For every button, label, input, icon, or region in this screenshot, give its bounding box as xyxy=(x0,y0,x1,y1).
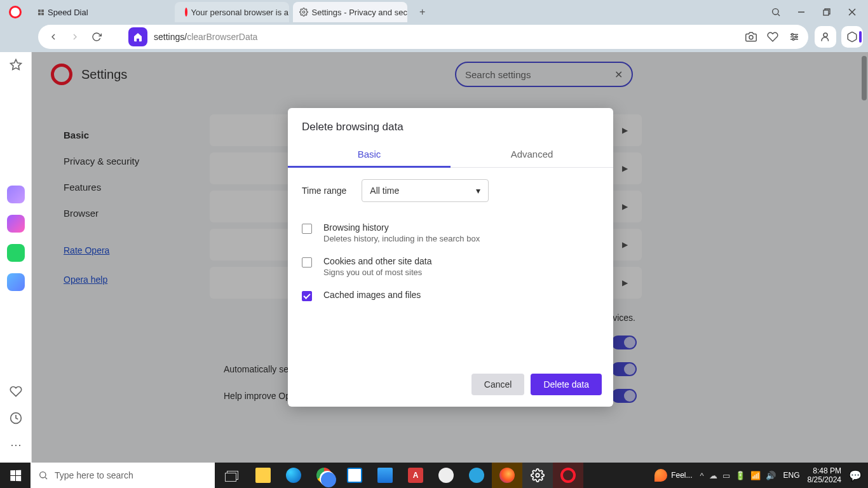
pinboards-icon[interactable] xyxy=(7,383,25,400)
cancel-button[interactable]: Cancel xyxy=(471,374,525,395)
home-button[interactable] xyxy=(128,27,147,46)
svg-point-17 xyxy=(40,472,46,478)
checkbox-unchecked[interactable] xyxy=(302,224,312,234)
svg-point-14 xyxy=(824,33,827,37)
language-indicator[interactable]: ENG xyxy=(783,471,800,480)
app-a-icon[interactable]: A xyxy=(400,463,431,488)
heart-icon[interactable] xyxy=(765,29,780,44)
volume-icon[interactable]: 🔊 xyxy=(766,471,776,480)
telegram-icon[interactable] xyxy=(461,463,492,488)
file-explorer-icon[interactable] xyxy=(248,463,278,488)
date-text: 8/25/2024 xyxy=(808,475,841,484)
search-icon xyxy=(38,470,48,480)
left-sidebar: ⋯ xyxy=(0,52,32,463)
chevron-up-icon[interactable]: ^ xyxy=(700,471,703,480)
svg-point-1 xyxy=(773,9,778,15)
delete-data-button[interactable]: Delete data xyxy=(531,374,602,395)
grid-icon xyxy=(38,10,44,15)
gear-icon xyxy=(299,8,308,17)
clock[interactable]: 8:48 PM 8/25/2024 xyxy=(808,466,841,485)
mail-icon[interactable] xyxy=(370,463,400,488)
close-button[interactable] xyxy=(844,4,860,20)
forward-button[interactable] xyxy=(66,28,84,46)
time-range-label: Time range xyxy=(302,186,346,196)
star-icon[interactable] xyxy=(7,56,25,74)
address-icons xyxy=(743,29,802,44)
tab-personal-browser[interactable]: Your personal browser is a xyxy=(175,2,289,22)
music-app-icon[interactable] xyxy=(7,273,25,291)
snapshot-icon[interactable] xyxy=(743,29,759,44)
checkbox-unchecked[interactable] xyxy=(302,257,312,268)
back-button[interactable] xyxy=(44,28,62,46)
whatsapp-app-icon[interactable] xyxy=(7,244,25,262)
chrome-icon[interactable] xyxy=(309,463,339,488)
edge-icon[interactable] xyxy=(278,463,309,488)
option-cookies[interactable]: Cookies and other site data Signs you ou… xyxy=(302,250,599,283)
window-titlebar: Speed Dial Your personal browser is a Se… xyxy=(0,0,868,24)
svg-point-0 xyxy=(302,11,305,13)
option-title: Cookies and other site data xyxy=(323,256,431,266)
time-range-value: All time xyxy=(370,186,399,196)
tray-icons[interactable]: ^ ☁ ▭ 🔋 📶 🔊 xyxy=(700,471,775,480)
messenger-app-icon[interactable] xyxy=(7,215,25,233)
cloud-icon[interactable]: ☁ xyxy=(709,471,717,480)
svg-point-11 xyxy=(792,34,794,36)
weather-widget[interactable]: Feel... xyxy=(654,469,692,482)
new-tab-button[interactable]: + xyxy=(415,4,430,20)
profile-button[interactable] xyxy=(815,26,836,48)
opera-favicon-icon xyxy=(185,8,187,17)
svg-point-13 xyxy=(792,38,794,40)
svg-point-19 xyxy=(536,473,539,477)
url-text: settings/clearBrowserData xyxy=(154,32,257,42)
speed-dial-button[interactable]: Speed Dial xyxy=(32,8,95,17)
aria-app-icon[interactable] xyxy=(7,186,25,203)
tab-label: Settings - Privacy and sec xyxy=(312,8,407,17)
checkbox-checked[interactable] xyxy=(302,291,312,301)
opera-taskbar-icon[interactable] xyxy=(553,463,583,488)
option-browsing-history[interactable]: Browsing history Deletes history, includ… xyxy=(302,216,599,250)
notifications-icon[interactable]: 💬 xyxy=(849,470,862,482)
maximize-button[interactable] xyxy=(818,4,835,20)
option-cached-images[interactable]: Cached images and files xyxy=(302,283,599,308)
tabs-row: Speed Dial Your personal browser is a Se… xyxy=(32,2,430,22)
wifi-icon[interactable]: 📶 xyxy=(750,471,761,480)
start-button[interactable] xyxy=(0,463,31,488)
more-icon[interactable]: ⋯ xyxy=(7,436,25,454)
time-range-select[interactable]: All time ▾ xyxy=(362,179,489,202)
svg-marker-15 xyxy=(10,60,21,70)
tab-label: Your personal browser is a xyxy=(191,8,288,17)
settings-app-icon[interactable] xyxy=(522,463,553,488)
bookmarks-icon[interactable] xyxy=(7,11,25,29)
app-circle-icon[interactable] xyxy=(431,463,461,488)
task-view-icon[interactable] xyxy=(217,463,248,488)
firefox-icon[interactable] xyxy=(492,463,522,488)
tab-advanced[interactable]: Advanced xyxy=(451,142,613,167)
option-subtitle: Signs you out of most sites xyxy=(323,268,431,277)
windows-taskbar: Type here to search A Feel... ^ ☁ ▭ 🔋 📶 … xyxy=(0,463,868,488)
reload-button[interactable] xyxy=(88,28,105,46)
meet-icon[interactable]: ▭ xyxy=(722,471,730,480)
extensions-button[interactable] xyxy=(841,26,863,48)
svg-line-2 xyxy=(778,14,780,16)
minimize-button[interactable] xyxy=(793,4,810,20)
easy-setup-icon[interactable] xyxy=(787,29,802,44)
search-tabs-button[interactable] xyxy=(768,4,784,20)
weather-text: Feel... xyxy=(671,471,692,480)
address-bar[interactable]: settings/clearBrowserData xyxy=(38,25,808,49)
svg-point-7 xyxy=(749,36,753,39)
tab-basic[interactable]: Basic xyxy=(288,142,451,167)
delete-browsing-data-dialog: Delete browsing data Basic Advanced Time… xyxy=(288,108,613,407)
tab-settings[interactable]: Settings - Privacy and sec xyxy=(293,2,407,22)
battery-icon[interactable]: 🔋 xyxy=(735,471,745,480)
history-icon[interactable] xyxy=(7,409,25,427)
option-title: Cached images and files xyxy=(323,290,421,300)
taskbar-search[interactable]: Type here to search xyxy=(31,463,215,488)
time-range-row: Time range All time ▾ xyxy=(302,179,599,202)
gear-icon xyxy=(531,468,545,482)
store-icon[interactable] xyxy=(339,463,370,488)
dialog-tabs: Basic Advanced xyxy=(288,142,613,168)
chevron-down-icon: ▾ xyxy=(476,186,480,196)
windows-logo-icon xyxy=(10,470,21,481)
svg-rect-4 xyxy=(824,10,829,15)
window-controls xyxy=(760,0,868,24)
